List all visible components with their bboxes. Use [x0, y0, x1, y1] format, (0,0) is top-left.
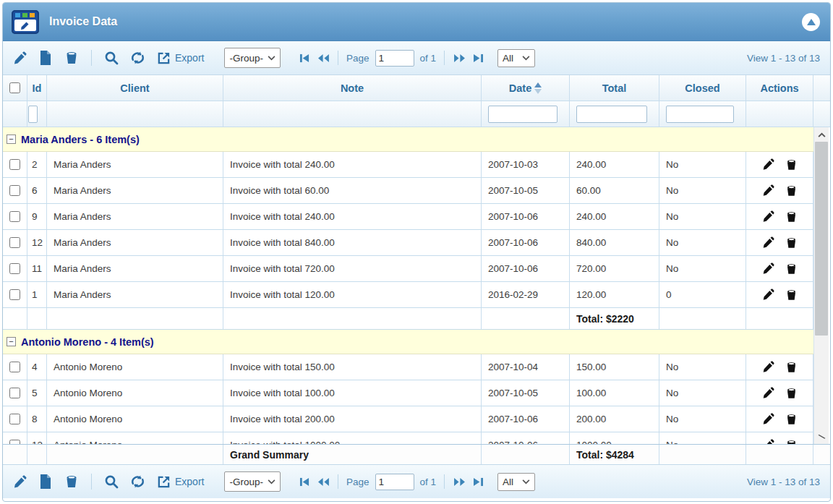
row-delete-trash-icon[interactable]: [785, 289, 798, 301]
last-page-button[interactable]: [471, 476, 484, 487]
table-row[interactable]: 6 Maria Anders Invoice with total 60.00 …: [3, 178, 813, 204]
add-document-icon[interactable]: [38, 474, 54, 490]
row-edit-pencil-icon[interactable]: [762, 361, 774, 373]
row-checkbox[interactable]: [9, 289, 20, 300]
page-number-input[interactable]: [375, 50, 414, 67]
row-delete-trash-icon[interactable]: [785, 387, 798, 399]
row-delete-trash-icon[interactable]: [785, 210, 798, 223]
cell-closed: No: [659, 256, 746, 281]
prev-page-button[interactable]: [317, 52, 330, 64]
view-status: View 1 - 13 of 13: [747, 53, 820, 64]
row-edit-pencil-icon[interactable]: [762, 184, 774, 197]
table-row[interactable]: 11 Maria Anders Invoice with total 720.0…: [3, 256, 813, 282]
first-page-button[interactable]: [298, 476, 311, 487]
row-edit-pencil-icon[interactable]: [762, 387, 774, 399]
filter-input-date[interactable]: [488, 106, 558, 123]
group-select[interactable]: -Group-: [224, 471, 281, 492]
table-row[interactable]: 12 Maria Anders Invoice with total 840.0…: [3, 230, 813, 256]
table-row[interactable]: 5 Antonio Moreno Invoice with total 100.…: [3, 380, 813, 406]
cell-date: 2016-02-29: [482, 282, 570, 307]
table-row[interactable]: 1 Maria Anders Invoice with total 120.00…: [3, 282, 813, 308]
row-check-cell: [3, 406, 27, 432]
collapse-group-icon[interactable]: −: [7, 337, 16, 346]
row-checkbox[interactable]: [9, 414, 20, 424]
column-header-total[interactable]: Total: [570, 75, 659, 101]
row-delete-trash-icon[interactable]: [785, 158, 798, 171]
row-checkbox[interactable]: [9, 362, 20, 372]
column-header-id[interactable]: Id: [27, 75, 47, 101]
cell-date: 2007-10-04: [482, 354, 570, 380]
select-all-checkbox[interactable]: [9, 82, 20, 93]
scrollbar-thumb[interactable]: [815, 142, 828, 336]
last-page-button[interactable]: [471, 52, 484, 64]
column-header-actions[interactable]: Actions: [746, 75, 813, 101]
row-edit-pencil-icon[interactable]: [762, 236, 774, 249]
footer-cell-date: [482, 445, 570, 464]
cell-date: 2007-10-06: [482, 432, 570, 444]
row-delete-trash-icon[interactable]: [785, 439, 798, 444]
export-button[interactable]: Export: [155, 474, 204, 490]
table-row[interactable]: 4 Antonio Moreno Invoice with total 150.…: [3, 354, 813, 380]
row-edit-pencil-icon[interactable]: [762, 413, 774, 425]
row-edit-pencil-icon[interactable]: [762, 439, 774, 444]
row-edit-pencil-icon[interactable]: [762, 210, 774, 223]
refresh-icon[interactable]: [129, 50, 145, 66]
row-checkbox[interactable]: [9, 440, 20, 444]
add-document-icon[interactable]: [38, 50, 54, 66]
collapse-grid-button[interactable]: [802, 13, 820, 31]
filter-input-id[interactable]: [28, 106, 38, 123]
collapse-group-icon[interactable]: −: [7, 134, 16, 144]
export-icon: [155, 474, 171, 490]
next-page-button[interactable]: [453, 476, 466, 487]
first-page-button[interactable]: [298, 52, 311, 64]
row-delete-trash-icon[interactable]: [785, 184, 798, 197]
export-label: Export: [175, 476, 204, 487]
row-checkbox[interactable]: [9, 388, 20, 398]
table-row[interactable]: 9 Maria Anders Invoice with total 240.00…: [3, 204, 813, 230]
row-delete-trash-icon[interactable]: [785, 413, 798, 425]
footer-scrollbar-gap: [813, 445, 829, 464]
vertical-scrollbar[interactable]: [813, 127, 829, 444]
delete-trash-icon[interactable]: [64, 474, 80, 490]
group-summary-row: Total: $2220: [3, 308, 813, 330]
row-delete-trash-icon[interactable]: [785, 236, 798, 249]
column-header-client[interactable]: Client: [47, 75, 223, 101]
table-row[interactable]: 8 Antonio Moreno Invoice with total 200.…: [3, 406, 813, 432]
row-checkbox[interactable]: [9, 159, 20, 170]
filter-input-closed[interactable]: [666, 106, 734, 123]
column-header-closed[interactable]: Closed: [659, 75, 746, 101]
row-edit-pencil-icon[interactable]: [762, 158, 774, 171]
search-icon[interactable]: [103, 474, 119, 490]
edit-pencil-icon[interactable]: [12, 50, 27, 66]
next-page-button[interactable]: [453, 52, 466, 64]
scrollbar-down-button[interactable]: [814, 430, 829, 444]
row-checkbox[interactable]: [9, 263, 20, 274]
column-header-date[interactable]: Date: [482, 75, 570, 101]
row-checkbox[interactable]: [9, 237, 20, 248]
filter-input-total[interactable]: [576, 106, 647, 123]
row-checkbox[interactable]: [9, 185, 20, 196]
delete-trash-icon[interactable]: [64, 50, 80, 66]
prev-page-button[interactable]: [317, 476, 330, 487]
grand-summary-label: Grand Summary: [223, 445, 482, 464]
rows-per-page-select[interactable]: All: [497, 49, 535, 67]
top-toolbar: Export -Group- Page of 1 All View 1 - 13…: [3, 41, 830, 75]
row-checkbox[interactable]: [9, 211, 20, 222]
row-delete-trash-icon[interactable]: [785, 262, 798, 275]
summary-cell-check: [3, 308, 27, 329]
search-icon[interactable]: [103, 50, 119, 66]
table-row[interactable]: 13 Antonio Moreno Invoice with total 100…: [3, 432, 813, 444]
row-edit-pencil-icon[interactable]: [762, 289, 774, 301]
export-button[interactable]: Export: [155, 50, 204, 66]
rows-per-page-select[interactable]: All: [497, 473, 535, 491]
group-select[interactable]: -Group-: [224, 48, 281, 68]
refresh-icon[interactable]: [129, 474, 145, 490]
page-number-input[interactable]: [375, 474, 414, 490]
scrollbar-up-button[interactable]: [814, 127, 829, 142]
table-row[interactable]: 2 Maria Anders Invoice with total 240.00…: [3, 152, 813, 178]
row-edit-pencil-icon[interactable]: [762, 262, 774, 275]
row-delete-trash-icon[interactable]: [785, 361, 798, 373]
edit-pencil-icon[interactable]: [12, 474, 27, 490]
column-header-note[interactable]: Note: [223, 75, 482, 101]
summary-cell-client: [47, 308, 223, 329]
